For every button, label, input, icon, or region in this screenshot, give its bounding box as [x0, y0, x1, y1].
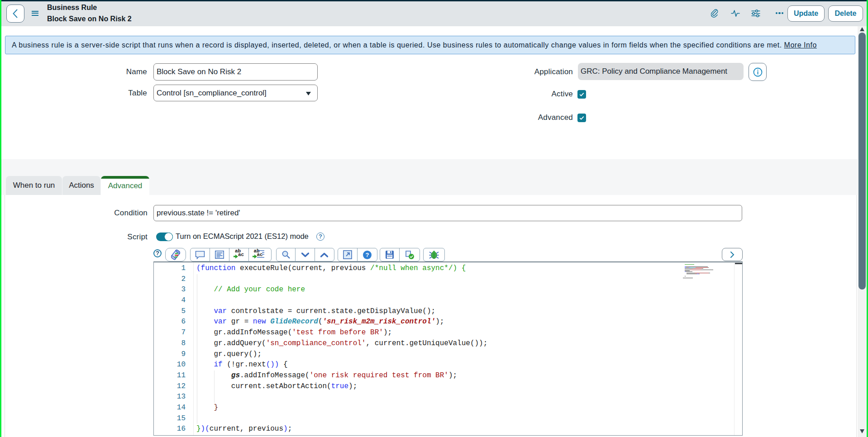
svg-text:?: ? [366, 252, 369, 258]
